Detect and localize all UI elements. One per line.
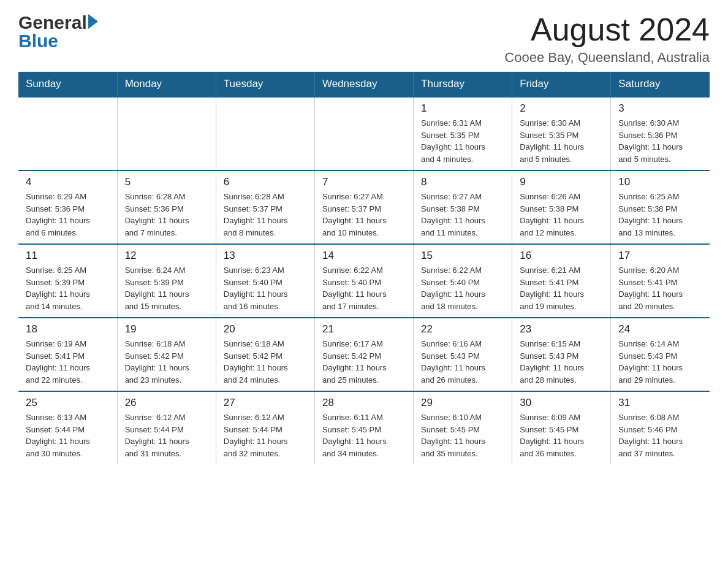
day-number: 5 (125, 176, 208, 188)
day-number: 21 (322, 323, 406, 335)
day-number: 30 (520, 397, 603, 409)
weekday-header-thursday: Thursday (414, 72, 512, 97)
day-number: 1 (421, 102, 504, 115)
day-number: 17 (618, 250, 702, 262)
day-info: Sunrise: 6:28 AMSunset: 5:36 PMDaylight:… (125, 191, 208, 239)
day-number: 9 (520, 176, 603, 188)
logo-general-text: General (18, 12, 87, 33)
day-info: Sunrise: 6:27 AMSunset: 5:38 PMDaylight:… (421, 191, 504, 239)
calendar-cell: 28Sunrise: 6:11 AMSunset: 5:45 PMDayligh… (314, 391, 413, 464)
calendar-cell (18, 97, 117, 170)
calendar-cell: 21Sunrise: 6:17 AMSunset: 5:42 PMDayligh… (314, 318, 413, 391)
weekday-header-saturday: Saturday (611, 72, 710, 97)
day-info: Sunrise: 6:12 AMSunset: 5:44 PMDaylight:… (125, 412, 208, 459)
weekday-header-friday: Friday (512, 72, 611, 97)
calendar-cell: 7Sunrise: 6:27 AMSunset: 5:37 PMDaylight… (314, 170, 413, 244)
day-number: 27 (224, 397, 307, 409)
logo: General Blue (18, 12, 98, 52)
calendar-cell: 20Sunrise: 6:18 AMSunset: 5:42 PMDayligh… (216, 318, 314, 391)
day-number: 23 (520, 323, 603, 335)
day-number: 18 (26, 323, 110, 335)
day-info: Sunrise: 6:12 AMSunset: 5:44 PMDaylight:… (224, 412, 307, 459)
day-number: 16 (520, 250, 603, 262)
calendar-week-5: 25Sunrise: 6:13 AMSunset: 5:44 PMDayligh… (18, 391, 710, 464)
calendar-cell: 4Sunrise: 6:29 AMSunset: 5:36 PMDaylight… (18, 170, 117, 244)
calendar-cell: 1Sunrise: 6:31 AMSunset: 5:35 PMDaylight… (414, 97, 512, 170)
day-number: 10 (618, 176, 702, 188)
calendar-cell: 8Sunrise: 6:27 AMSunset: 5:38 PMDaylight… (414, 170, 512, 244)
calendar-table: SundayMondayTuesdayWednesdayThursdayFrid… (18, 72, 710, 464)
calendar-cell: 14Sunrise: 6:22 AMSunset: 5:40 PMDayligh… (314, 244, 413, 318)
calendar-cell: 5Sunrise: 6:28 AMSunset: 5:36 PMDaylight… (117, 170, 216, 244)
day-info: Sunrise: 6:08 AMSunset: 5:46 PMDaylight:… (618, 412, 702, 459)
day-info: Sunrise: 6:28 AMSunset: 5:37 PMDaylight:… (224, 191, 307, 239)
day-info: Sunrise: 6:14 AMSunset: 5:43 PMDaylight:… (618, 338, 702, 386)
calendar-cell: 6Sunrise: 6:28 AMSunset: 5:37 PMDaylight… (216, 170, 314, 244)
day-number: 11 (26, 250, 110, 262)
day-number: 24 (618, 323, 702, 335)
calendar-cell (314, 97, 413, 170)
day-number: 2 (520, 102, 603, 115)
calendar-cell: 26Sunrise: 6:12 AMSunset: 5:44 PMDayligh… (117, 391, 216, 464)
day-info: Sunrise: 6:18 AMSunset: 5:42 PMDaylight:… (125, 338, 208, 386)
day-number: 25 (26, 397, 110, 409)
calendar-header-row: SundayMondayTuesdayWednesdayThursdayFrid… (18, 72, 710, 97)
calendar-cell: 15Sunrise: 6:22 AMSunset: 5:40 PMDayligh… (414, 244, 512, 318)
day-number: 20 (224, 323, 307, 335)
day-info: Sunrise: 6:19 AMSunset: 5:41 PMDaylight:… (26, 338, 110, 386)
day-number: 6 (224, 176, 307, 188)
day-info: Sunrise: 6:22 AMSunset: 5:40 PMDaylight:… (421, 264, 504, 312)
calendar-cell (117, 97, 216, 170)
day-number: 7 (322, 176, 406, 188)
calendar-cell: 30Sunrise: 6:09 AMSunset: 5:45 PMDayligh… (512, 391, 611, 464)
weekday-header-monday: Monday (117, 72, 216, 97)
day-info: Sunrise: 6:30 AMSunset: 5:36 PMDaylight:… (618, 117, 702, 165)
calendar-cell: 23Sunrise: 6:15 AMSunset: 5:43 PMDayligh… (512, 318, 611, 391)
calendar-cell (216, 97, 314, 170)
page-title: August 2024 (504, 12, 710, 47)
day-info: Sunrise: 6:29 AMSunset: 5:36 PMDaylight:… (26, 191, 110, 239)
calendar-cell: 2Sunrise: 6:30 AMSunset: 5:35 PMDaylight… (512, 97, 611, 170)
calendar-cell: 12Sunrise: 6:24 AMSunset: 5:39 PMDayligh… (117, 244, 216, 318)
calendar-cell: 24Sunrise: 6:14 AMSunset: 5:43 PMDayligh… (611, 318, 710, 391)
calendar-week-1: 1Sunrise: 6:31 AMSunset: 5:35 PMDaylight… (18, 97, 710, 170)
day-number: 31 (618, 397, 702, 409)
day-info: Sunrise: 6:18 AMSunset: 5:42 PMDaylight:… (224, 338, 307, 386)
weekday-header-sunday: Sunday (18, 72, 117, 97)
page-header: General Blue August 2024 Cooee Bay, Quee… (18, 12, 710, 66)
day-info: Sunrise: 6:11 AMSunset: 5:45 PMDaylight:… (322, 412, 406, 459)
day-number: 8 (421, 176, 504, 188)
day-number: 22 (421, 323, 504, 335)
day-info: Sunrise: 6:21 AMSunset: 5:41 PMDaylight:… (520, 264, 603, 312)
calendar-cell: 3Sunrise: 6:30 AMSunset: 5:36 PMDaylight… (611, 97, 710, 170)
page-subtitle: Cooee Bay, Queensland, Australia (504, 50, 710, 66)
calendar-week-2: 4Sunrise: 6:29 AMSunset: 5:36 PMDaylight… (18, 170, 710, 244)
day-number: 13 (224, 250, 307, 262)
day-number: 19 (125, 323, 208, 335)
day-number: 12 (125, 250, 208, 262)
calendar-cell: 10Sunrise: 6:25 AMSunset: 5:38 PMDayligh… (611, 170, 710, 244)
calendar-cell: 27Sunrise: 6:12 AMSunset: 5:44 PMDayligh… (216, 391, 314, 464)
calendar-cell: 13Sunrise: 6:23 AMSunset: 5:40 PMDayligh… (216, 244, 314, 318)
day-info: Sunrise: 6:31 AMSunset: 5:35 PMDaylight:… (421, 117, 504, 165)
day-number: 3 (618, 102, 702, 115)
day-number: 15 (421, 250, 504, 262)
calendar-cell: 11Sunrise: 6:25 AMSunset: 5:39 PMDayligh… (18, 244, 117, 318)
day-number: 4 (26, 176, 110, 188)
calendar-week-3: 11Sunrise: 6:25 AMSunset: 5:39 PMDayligh… (18, 244, 710, 318)
weekday-header-tuesday: Tuesday (216, 72, 314, 97)
calendar-cell: 19Sunrise: 6:18 AMSunset: 5:42 PMDayligh… (117, 318, 216, 391)
calendar-cell: 16Sunrise: 6:21 AMSunset: 5:41 PMDayligh… (512, 244, 611, 318)
calendar-cell: 9Sunrise: 6:26 AMSunset: 5:38 PMDaylight… (512, 170, 611, 244)
day-info: Sunrise: 6:13 AMSunset: 5:44 PMDaylight:… (26, 412, 110, 459)
weekday-header-wednesday: Wednesday (314, 72, 413, 97)
day-info: Sunrise: 6:10 AMSunset: 5:45 PMDaylight:… (421, 412, 504, 459)
day-number: 26 (125, 397, 208, 409)
calendar-cell: 29Sunrise: 6:10 AMSunset: 5:45 PMDayligh… (414, 391, 512, 464)
day-number: 29 (421, 397, 504, 409)
day-info: Sunrise: 6:25 AMSunset: 5:39 PMDaylight:… (26, 264, 110, 312)
day-info: Sunrise: 6:23 AMSunset: 5:40 PMDaylight:… (224, 264, 307, 312)
day-info: Sunrise: 6:27 AMSunset: 5:37 PMDaylight:… (322, 191, 406, 239)
calendar-cell: 31Sunrise: 6:08 AMSunset: 5:46 PMDayligh… (611, 391, 710, 464)
day-number: 14 (322, 250, 406, 262)
